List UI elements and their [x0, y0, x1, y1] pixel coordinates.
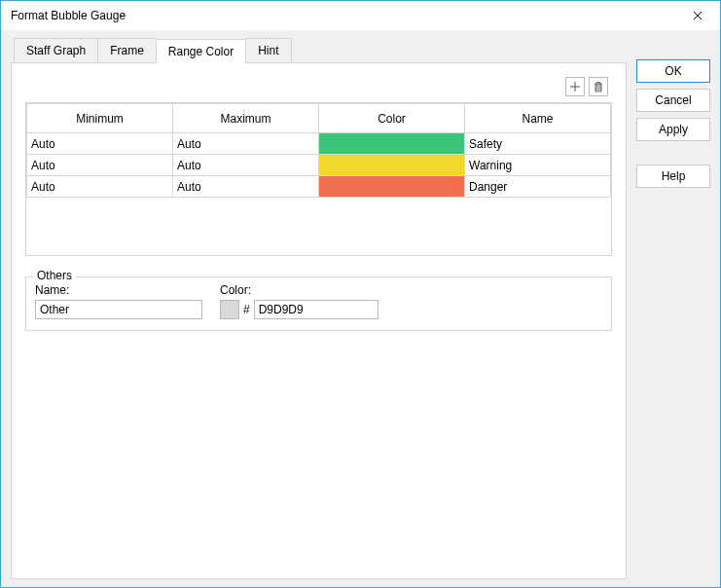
cell-name[interactable]: Safety: [465, 133, 611, 155]
tab-hint[interactable]: Hint: [245, 38, 291, 62]
window-title: Format Bubble Gauge: [11, 9, 126, 22]
add-row-button[interactable]: [565, 77, 585, 96]
others-color-label: Color:: [220, 283, 379, 297]
cell-color[interactable]: [319, 133, 465, 155]
others-hex-input[interactable]: [254, 300, 379, 319]
table-row[interactable]: Auto Auto Warning: [27, 155, 611, 176]
tab-strip: Staff Graph Frame Range Color Hint: [14, 38, 627, 62]
cell-minimum[interactable]: Auto: [27, 133, 173, 155]
tab-staff-graph[interactable]: Staff Graph: [14, 38, 98, 62]
help-button[interactable]: Help: [636, 165, 710, 188]
button-column: OK Cancel Apply Help: [632, 30, 720, 587]
cell-maximum[interactable]: Auto: [173, 155, 319, 176]
cell-maximum[interactable]: Auto: [173, 133, 319, 155]
cell-color[interactable]: [319, 176, 465, 198]
titlebar: Format Bubble Gauge: [1, 1, 720, 30]
close-icon: [693, 11, 703, 20]
dialog-body: Staff Graph Frame Range Color Hint: [1, 30, 720, 587]
tab-frame[interactable]: Frame: [97, 38, 157, 62]
cell-maximum[interactable]: Auto: [173, 176, 319, 198]
cancel-button[interactable]: Cancel: [636, 89, 710, 112]
others-fieldset: Others Name: Color: #: [25, 270, 612, 331]
others-name-label: Name:: [35, 283, 202, 297]
ok-button[interactable]: OK: [636, 59, 710, 83]
cell-minimum[interactable]: Auto: [27, 176, 173, 198]
table-row[interactable]: Auto Auto Danger: [27, 176, 611, 198]
dialog-window: Format Bubble Gauge Staff Graph Frame Ra…: [0, 0, 721, 588]
row-color-swatch: [319, 155, 464, 175]
content-column: Staff Graph Frame Range Color Hint: [1, 30, 632, 587]
trash-icon: [593, 81, 604, 92]
apply-button[interactable]: Apply: [636, 118, 710, 141]
others-legend: Others: [33, 269, 76, 282]
table-row[interactable]: Auto Auto Safety: [27, 133, 611, 155]
table-header-row: Minimum Maximum Color Name: [27, 104, 611, 133]
close-button[interactable]: [683, 5, 712, 26]
others-color-swatch[interactable]: [220, 300, 239, 319]
tab-range-color[interactable]: Range Color: [156, 39, 246, 63]
col-header-name: Name: [465, 104, 611, 133]
col-header-minimum: Minimum: [27, 104, 173, 133]
cell-minimum[interactable]: Auto: [27, 155, 173, 176]
row-color-swatch: [319, 133, 464, 154]
grid-toolbar: [25, 77, 612, 102]
cell-name[interactable]: Danger: [465, 176, 611, 198]
hash-symbol: #: [243, 303, 250, 316]
plus-icon: [569, 81, 581, 92]
delete-row-button[interactable]: [589, 77, 608, 96]
col-header-maximum: Maximum: [173, 104, 319, 133]
range-grid: Minimum Maximum Color Name Auto Auto: [25, 102, 612, 256]
col-header-color: Color: [319, 104, 465, 133]
row-color-swatch: [319, 176, 464, 197]
cell-name[interactable]: Warning: [465, 155, 611, 176]
others-name-input[interactable]: [35, 300, 202, 319]
tabpanel-range-color: Minimum Maximum Color Name Auto Auto: [11, 62, 627, 579]
cell-color[interactable]: [319, 155, 465, 176]
